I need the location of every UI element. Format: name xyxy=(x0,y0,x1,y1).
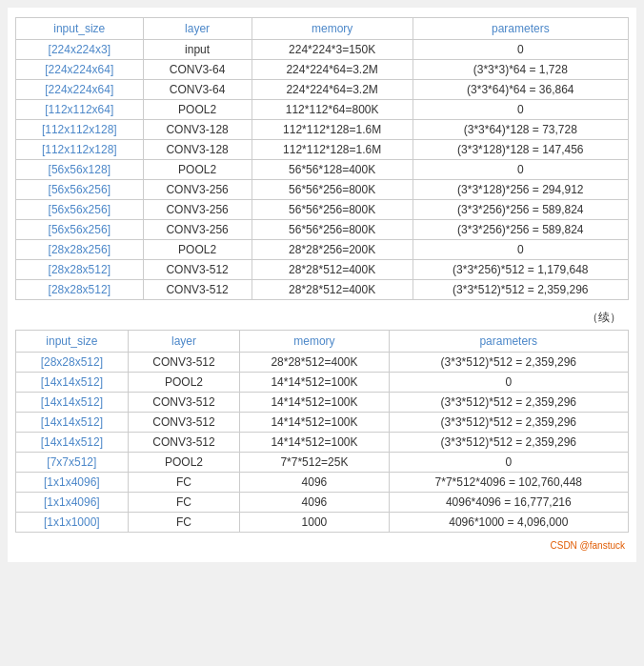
table-cell: CONV3-512 xyxy=(128,393,240,413)
table-cell: 4096 xyxy=(240,493,389,513)
table-cell: 56*56*128=400K xyxy=(252,160,413,180)
table-row: [224x224x64]CONV3-64224*224*64=3.2M(3*3*… xyxy=(16,60,629,80)
table-cell: POOL2 xyxy=(128,453,240,473)
table-row: [224x224x64]CONV3-64224*224*64=3.2M(3*3*… xyxy=(16,80,629,100)
continuation-label: （续） xyxy=(15,306,629,330)
table-cell: (3*3*256)*256 = 589,824 xyxy=(413,200,628,220)
table1-header-layer: layer xyxy=(143,18,252,40)
table-cell: [1x1x4096] xyxy=(16,473,129,493)
table-row: [112x112x128]CONV3-128112*112*128=1.6M(3… xyxy=(16,120,629,140)
watermark: CSDN @fanstuck xyxy=(15,538,629,553)
table-cell: [56x56x256] xyxy=(16,220,144,240)
table-cell: (3*3*3)*64 = 1,728 xyxy=(413,60,628,80)
table-cell: 112*112*64=800K xyxy=(252,100,413,120)
table-cell: 56*56*256=800K xyxy=(252,180,413,200)
table-cell: [28x28x512] xyxy=(16,260,144,280)
table-row: [28x28x512]CONV3-51228*28*512=400K(3*3*5… xyxy=(16,353,629,373)
table-cell: [28x28x256] xyxy=(16,240,144,260)
table-cell: input xyxy=(143,40,252,60)
table-row: [1x1x1000]FC10004096*1000 = 4,096,000 xyxy=(16,513,629,533)
table-cell: 224*224*64=3.2M xyxy=(252,60,413,80)
table-cell: [56x56x128] xyxy=(16,160,144,180)
table1: input_size layer memory parameters [224x… xyxy=(15,17,629,300)
table-cell: [112x112x128] xyxy=(16,140,144,160)
table-cell: [28x28x512] xyxy=(16,280,144,300)
table-row: [28x28x512]CONV3-51228*28*512=400K(3*3*2… xyxy=(16,260,629,280)
table-cell: [14x14x512] xyxy=(16,373,129,393)
table2-header-input-size: input_size xyxy=(16,331,129,353)
table-cell: 28*28*512=400K xyxy=(240,353,389,373)
table2: input_size layer memory parameters [28x2… xyxy=(15,330,629,533)
table-cell: 28*28*512=400K xyxy=(252,280,413,300)
table-row: [56x56x256]CONV3-25656*56*256=800K(3*3*2… xyxy=(16,220,629,240)
table-cell: [224x224x64] xyxy=(16,80,144,100)
table-row: [112x112x64]POOL2112*112*64=800K0 xyxy=(16,100,629,120)
table-row: [28x28x256]POOL228*28*256=200K0 xyxy=(16,240,629,260)
table-cell: POOL2 xyxy=(128,373,240,393)
table-cell: POOL2 xyxy=(143,100,252,120)
table-row: [7x7x512]POOL27*7*512=25K0 xyxy=(16,453,629,473)
table-cell: (3*3*256)*512 = 1,179,648 xyxy=(413,260,628,280)
table-cell: CONV3-64 xyxy=(143,80,252,100)
table-row: [56x56x256]CONV3-25656*56*256=800K(3*3*1… xyxy=(16,180,629,200)
table1-header-memory: memory xyxy=(252,18,413,40)
table-cell: CONV3-256 xyxy=(143,180,252,200)
table-cell: CONV3-64 xyxy=(143,60,252,80)
table-cell: [56x56x256] xyxy=(16,180,144,200)
table-cell: FC xyxy=(128,473,240,493)
table-cell: POOL2 xyxy=(143,160,252,180)
table-row: [1x1x4096]FC40967*7*512*4096 = 102,760,4… xyxy=(16,473,629,493)
table-cell: 4096*4096 = 16,777,216 xyxy=(389,493,628,513)
table-row: [14x14x512]CONV3-51214*14*512=100K(3*3*5… xyxy=(16,413,629,433)
table-cell: [14x14x512] xyxy=(16,393,129,413)
table-cell: 4096*1000 = 4,096,000 xyxy=(389,513,628,533)
table-cell: (3*3*128)*128 = 147,456 xyxy=(413,140,628,160)
table-cell: (3*3*256)*256 = 589,824 xyxy=(413,220,628,240)
table-cell: 4096 xyxy=(240,473,389,493)
table-cell: 14*14*512=100K xyxy=(240,433,389,453)
table-row: [28x28x512]CONV3-51228*28*512=400K(3*3*5… xyxy=(16,280,629,300)
table-cell: 0 xyxy=(413,100,628,120)
table-cell: 0 xyxy=(413,40,628,60)
table-cell: [28x28x512] xyxy=(16,353,129,373)
table-cell: [224x224x3] xyxy=(16,40,144,60)
table-cell: (3*3*512)*512 = 2,359,296 xyxy=(389,413,628,433)
table-cell: 1000 xyxy=(240,513,389,533)
table-cell: [112x112x128] xyxy=(16,120,144,140)
table-cell: 224*224*64=3.2M xyxy=(252,80,413,100)
table-cell: (3*3*64)*64 = 36,864 xyxy=(413,80,628,100)
table-cell: (3*3*512)*512 = 2,359,296 xyxy=(413,280,628,300)
table-cell: POOL2 xyxy=(143,240,252,260)
table-cell: [1x1x1000] xyxy=(16,513,129,533)
table-cell: (3*3*512)*512 = 2,359,296 xyxy=(389,393,628,413)
table-row: [224x224x3]input224*224*3=150K0 xyxy=(16,40,629,60)
table-cell: [224x224x64] xyxy=(16,60,144,80)
table-cell: 56*56*256=800K xyxy=(252,200,413,220)
table-cell: [1x1x4096] xyxy=(16,493,129,513)
table-row: [14x14x512]POOL214*14*512=100K0 xyxy=(16,373,629,393)
table-cell: (3*3*128)*256 = 294,912 xyxy=(413,180,628,200)
table-cell: [14x14x512] xyxy=(16,413,129,433)
table-cell: 224*224*3=150K xyxy=(252,40,413,60)
table-cell: 0 xyxy=(389,373,628,393)
table2-header-parameters: parameters xyxy=(389,331,628,353)
table-cell: 14*14*512=100K xyxy=(240,373,389,393)
table-cell: [112x112x64] xyxy=(16,100,144,120)
table-cell: 28*28*512=400K xyxy=(252,260,413,280)
table-cell: 28*28*256=200K xyxy=(252,240,413,260)
table-cell: 0 xyxy=(413,240,628,260)
table-cell: 7*7*512=25K xyxy=(240,453,389,473)
table-cell: [14x14x512] xyxy=(16,433,129,453)
table-cell: (3*3*512)*512 = 2,359,296 xyxy=(389,353,628,373)
table-cell: CONV3-512 xyxy=(128,353,240,373)
table1-header-input-size: input_size xyxy=(16,18,144,40)
table-cell: CONV3-512 xyxy=(128,413,240,433)
table-cell: CONV3-512 xyxy=(143,280,252,300)
table-cell: 14*14*512=100K xyxy=(240,413,389,433)
table-cell: [7x7x512] xyxy=(16,453,129,473)
table-cell: (3*3*64)*128 = 73,728 xyxy=(413,120,628,140)
table-cell: CONV3-128 xyxy=(143,140,252,160)
table-cell: CONV3-256 xyxy=(143,200,252,220)
table-cell: FC xyxy=(128,493,240,513)
table-cell: 0 xyxy=(389,453,628,473)
